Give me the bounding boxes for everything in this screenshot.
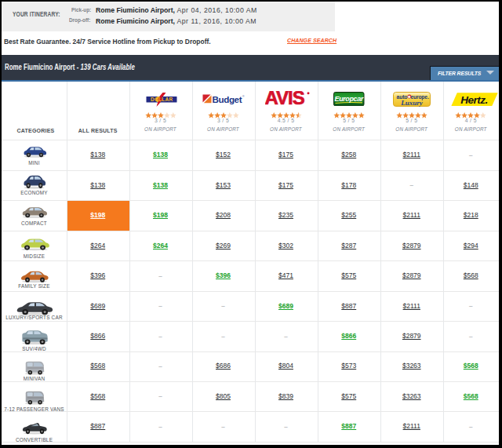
svg-text:Hertz.: Hertz. [460,93,488,105]
svg-text:Luxury: Luxury [400,98,424,106]
svg-text:DOLLAR: DOLLAR [151,97,173,102]
svg-text:AVIS: AVIS [265,91,305,106]
svg-text:Budget: Budget [213,94,242,104]
svg-text:Europcar: Europcar [335,94,364,102]
svg-text:®: ® [242,94,245,97]
